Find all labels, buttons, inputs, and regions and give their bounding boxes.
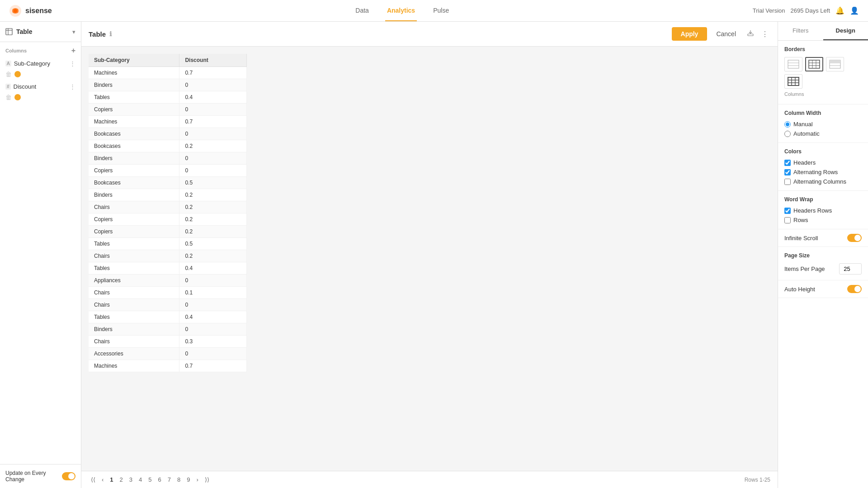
word-wrap-headers-label: Headers Rows — [793, 207, 832, 214]
page-3-button[interactable]: 3 — [127, 475, 135, 484]
cell-sub-category: Bookcases — [89, 177, 179, 189]
border-option-4[interactable] — [784, 74, 802, 89]
col-more-icon[interactable]: ⋮ — [70, 60, 75, 67]
notification-icon[interactable]: 🔔 — [835, 6, 844, 15]
cell-discount: 0 — [179, 79, 247, 91]
cell-discount: 0.2 — [179, 213, 247, 226]
infinite-scroll-toggle[interactable] — [847, 234, 862, 242]
cell-discount: 0.3 — [179, 336, 247, 348]
border-option-2[interactable] — [805, 57, 823, 71]
radio-automatic[interactable] — [784, 131, 791, 137]
svg-rect-18 — [830, 60, 840, 63]
cell-sub-category: Tables — [89, 311, 179, 323]
page-7-button[interactable]: 7 — [165, 475, 173, 484]
page-2-button[interactable]: 2 — [118, 475, 125, 484]
first-page-button[interactable]: ⟨⟨ — [89, 475, 98, 484]
auto-height-toggle[interactable] — [847, 285, 862, 293]
items-per-page-input[interactable] — [839, 263, 862, 275]
tab-filters[interactable]: Filters — [778, 22, 823, 40]
user-icon[interactable]: 👤 — [850, 6, 859, 15]
infinite-scroll-row: Infinite Scroll — [778, 229, 868, 247]
page-5-button[interactable]: 5 — [146, 475, 154, 484]
svg-rect-2 — [6, 28, 12, 35]
nav-tab-analytics[interactable]: Analytics — [385, 0, 417, 21]
table-row: Binders0 — [89, 323, 247, 336]
table-row: Chairs0.2 — [89, 201, 247, 213]
cell-discount: 0.7 — [179, 67, 247, 79]
cell-discount: 0.4 — [179, 91, 247, 104]
widget-header: Table ℹ Apply Cancel ⋮ — [81, 22, 778, 47]
svg-rect-7 — [788, 60, 799, 68]
sidebar-title[interactable]: Table ▾ — [0, 22, 81, 42]
sidebar-collapse-icon[interactable]: ▾ — [72, 28, 75, 35]
cell-discount: 0 — [179, 323, 247, 336]
add-column-icon[interactable]: + — [71, 47, 75, 55]
cell-sub-category: Machines — [89, 116, 179, 128]
auto-height-row: Auto Height — [778, 280, 868, 298]
more-options-button[interactable]: ⋮ — [760, 28, 770, 40]
cell-discount: 0.1 — [179, 287, 247, 299]
cell-sub-category: Binders — [89, 189, 179, 201]
checkbox-alternating-columns[interactable] — [784, 179, 791, 185]
page-size-row: Items Per Page — [784, 263, 862, 275]
sisense-logo-icon — [9, 5, 22, 17]
word-wrap-rows[interactable]: Rows — [784, 217, 862, 223]
widget-title-text: Table — [89, 30, 106, 38]
left-sidebar: Table ▾ Columns + A Sub-Category ⋮ 🗑 — [0, 22, 81, 488]
pagination: ⟨⟨ ‹ 1 2 3 4 5 6 7 8 9 › ⟩⟩ — [89, 475, 212, 484]
col-type-text: A — [5, 61, 11, 66]
page-9-button[interactable]: 9 — [184, 475, 192, 484]
radio-manual[interactable] — [784, 121, 791, 128]
nav-tab-data[interactable]: Data — [354, 0, 371, 21]
nav-tab-pulse[interactable]: Pulse — [431, 0, 451, 21]
widget-info-icon[interactable]: ℹ — [109, 30, 112, 38]
color-alternating-columns[interactable]: Alternating Columns — [784, 178, 862, 185]
cell-sub-category: Copiers — [89, 104, 179, 116]
border-option-3[interactable] — [826, 57, 844, 71]
export-button[interactable] — [745, 28, 756, 40]
checkbox-headers-rows[interactable] — [784, 208, 791, 214]
col-header-discount: Discount — [179, 54, 247, 67]
right-panel-tabs: Filters Design — [778, 22, 868, 41]
next-page-button[interactable]: › — [194, 475, 200, 484]
col-delete-icon-disc[interactable]: 🗑 — [5, 94, 12, 101]
last-page-button[interactable]: ⟩⟩ — [203, 475, 212, 484]
borders-title: Borders — [784, 46, 862, 52]
checkbox-headers[interactable] — [784, 160, 791, 166]
color-headers[interactable]: Headers — [784, 159, 862, 166]
color-alternating-rows-label: Alternating Rows — [793, 169, 838, 175]
apply-button[interactable]: Apply — [672, 27, 708, 41]
column-width-automatic[interactable]: Automatic — [784, 130, 862, 137]
prev-page-button[interactable]: ‹ — [99, 475, 106, 484]
col-more-icon-disc[interactable]: ⋮ — [70, 83, 75, 90]
cell-discount: 0.5 — [179, 177, 247, 189]
columns-label: Columns + — [0, 42, 81, 57]
cancel-button[interactable]: Cancel — [711, 27, 741, 41]
cell-discount: 0 — [179, 152, 247, 165]
cell-discount: 0 — [179, 128, 247, 140]
page-6-button[interactable]: 6 — [156, 475, 164, 484]
trial-text: Trial Version — [753, 7, 785, 14]
update-toggle[interactable] — [62, 472, 75, 480]
page-8-button[interactable]: 8 — [175, 475, 183, 484]
colors-section: Colors Headers Alternating Rows Alternat… — [778, 143, 868, 191]
cell-sub-category: Binders — [89, 79, 179, 91]
color-alternating-rows[interactable]: Alternating Rows — [784, 169, 862, 175]
cell-sub-category: Bookcases — [89, 140, 179, 152]
col-delete-icon-sub[interactable]: 🗑 — [5, 71, 12, 78]
page-1-button[interactable]: 1 — [108, 475, 115, 484]
col-type-num: # — [5, 84, 11, 90]
colors-title: Colors — [784, 148, 862, 155]
border-icon-4 — [787, 76, 800, 86]
word-wrap-headers[interactable]: Headers Rows — [784, 207, 862, 214]
border-icon-2 — [808, 59, 821, 69]
column-width-manual[interactable]: Manual — [784, 121, 862, 128]
tab-design[interactable]: Design — [823, 22, 868, 40]
table-row: Copiers0 — [89, 104, 247, 116]
checkbox-alternating-rows[interactable] — [784, 169, 791, 175]
page-4-button[interactable]: 4 — [137, 475, 144, 484]
checkbox-rows[interactable] — [784, 217, 791, 223]
border-option-1[interactable] — [784, 57, 802, 71]
table-row: Copiers0.2 — [89, 213, 247, 226]
col-sub-category-controls: 🗑 — [0, 70, 81, 81]
